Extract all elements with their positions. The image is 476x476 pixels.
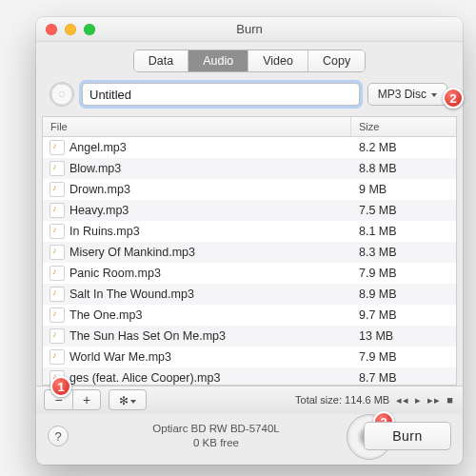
- table-row[interactable]: Blow.mp38.8 MB: [43, 158, 456, 179]
- tab-audio[interactable]: Audio: [188, 50, 248, 71]
- chevron-down-icon: [431, 88, 437, 101]
- disc-type-label: MP3 Disc: [378, 88, 426, 101]
- gear-icon: [119, 392, 129, 407]
- table-row[interactable]: ges (feat. Alice Cooper).mp38.7 MB: [43, 367, 456, 385]
- drive-name: Optiarc BD RW BD-5740L: [78, 422, 354, 437]
- audio-file-icon: [50, 161, 65, 176]
- table-row[interactable]: Heavy.mp37.5 MB: [43, 200, 456, 221]
- list-toolbar: − + Total size: 114.6 MB ◂◂ ▸ ▸▸ ■: [36, 386, 463, 414]
- file-name: Heavy.mp3: [69, 204, 351, 217]
- audio-file-icon: [50, 140, 65, 155]
- titlebar: Burn: [36, 17, 463, 42]
- next-track-icon[interactable]: ▸▸: [427, 394, 441, 406]
- burn-button-wrap: Burn: [364, 422, 451, 450]
- file-size: 8.1 MB: [351, 225, 456, 238]
- table-row[interactable]: Misery Of Mankind.mp38.3 MB: [43, 242, 456, 263]
- add-button[interactable]: +: [72, 389, 101, 410]
- file-size: 8.7 MB: [351, 371, 456, 385]
- callout-1: 1: [50, 376, 71, 397]
- file-size: 8.8 MB: [351, 162, 456, 175]
- close-icon[interactable]: [46, 24, 57, 35]
- audio-file-icon: [50, 203, 65, 218]
- file-size: 7.9 MB: [351, 267, 456, 280]
- tab-video[interactable]: Video: [248, 50, 308, 71]
- file-name: Drown.mp3: [69, 183, 351, 196]
- file-name: Blow.mp3: [69, 162, 351, 175]
- disc-name-input[interactable]: [82, 83, 360, 106]
- file-size: 8.3 MB: [351, 246, 456, 259]
- file-list: File Size Angel.mp38.2 MBBlow.mp38.8 MBD…: [42, 116, 457, 386]
- footer: ? Optiarc BD RW BD-5740L 0 KB free Burn: [36, 414, 463, 465]
- file-name: ges (feat. Alice Cooper).mp3: [69, 371, 351, 385]
- file-list-rows: Angel.mp38.2 MBBlow.mp38.8 MBDrown.mp39 …: [43, 137, 456, 385]
- playback-controls[interactable]: ◂◂ ▸ ▸▸ ■: [395, 394, 455, 407]
- file-size: 8.2 MB: [351, 141, 456, 154]
- file-size: 7.5 MB: [351, 204, 456, 217]
- file-name: Salt In The Wound.mp3: [69, 288, 351, 301]
- file-size: 13 MB: [351, 329, 456, 343]
- prev-track-icon[interactable]: ◂◂: [396, 394, 409, 406]
- file-size: 9 MB: [351, 183, 456, 196]
- actions-menu-button[interactable]: [109, 389, 147, 410]
- column-header-size[interactable]: Size: [351, 117, 456, 136]
- play-icon[interactable]: ▸: [415, 394, 422, 406]
- table-row[interactable]: Angel.mp38.2 MB: [43, 137, 456, 158]
- disc-icon: [50, 82, 74, 107]
- burn-window: Burn Data Audio Video Copy MP3 Disc File…: [36, 17, 463, 465]
- disc-config-row: MP3 Disc: [36, 82, 463, 116]
- chevron-down-icon: [130, 392, 136, 407]
- file-size: 7.9 MB: [351, 350, 456, 364]
- audio-file-icon: [50, 328, 65, 344]
- file-list-header: File Size: [43, 117, 456, 137]
- callout-2: 2: [443, 88, 464, 109]
- burn-button[interactable]: Burn: [364, 422, 451, 450]
- window-title: Burn: [236, 22, 262, 36]
- mode-tabs: Data Audio Video Copy: [36, 42, 463, 82]
- window-controls: [46, 24, 95, 35]
- stop-icon[interactable]: ■: [446, 394, 454, 406]
- file-size: 9.7 MB: [351, 308, 456, 322]
- table-row[interactable]: World War Me.mp37.9 MB: [43, 347, 456, 367]
- column-header-file[interactable]: File: [43, 117, 351, 136]
- audio-file-icon: [50, 266, 65, 281]
- audio-file-icon: [50, 245, 65, 260]
- file-name: Misery Of Mankind.mp3: [69, 246, 351, 259]
- table-row[interactable]: In Ruins.mp38.1 MB: [43, 221, 456, 242]
- table-row[interactable]: Panic Room.mp37.9 MB: [43, 263, 456, 284]
- file-name: Angel.mp3: [69, 141, 351, 154]
- file-name: In Ruins.mp3: [69, 225, 351, 238]
- file-name: The Sun Has Set On Me.mp3: [69, 329, 351, 343]
- file-name: World War Me.mp3: [69, 350, 351, 364]
- table-row[interactable]: Salt In The Wound.mp38.9 MB: [43, 284, 456, 305]
- audio-file-icon: [50, 349, 65, 365]
- help-button[interactable]: ?: [48, 426, 69, 446]
- segmented-control: Data Audio Video Copy: [133, 50, 366, 72]
- minimize-icon[interactable]: [65, 24, 76, 35]
- audio-file-icon: [50, 182, 65, 197]
- file-name: The One.mp3: [69, 308, 351, 322]
- file-name: Panic Room.mp3: [69, 267, 351, 280]
- table-row[interactable]: Drown.mp39 MB: [43, 179, 456, 200]
- zoom-icon[interactable]: [84, 24, 95, 35]
- table-row[interactable]: The One.mp39.7 MB: [43, 305, 456, 326]
- table-row[interactable]: The Sun Has Set On Me.mp313 MB: [43, 326, 456, 347]
- drive-info: Optiarc BD RW BD-5740L 0 KB free: [78, 422, 354, 451]
- audio-file-icon: [50, 287, 65, 302]
- file-size: 8.9 MB: [351, 288, 456, 301]
- audio-file-icon: [50, 307, 65, 323]
- drive-free: 0 KB free: [78, 436, 354, 451]
- total-size: Total size: 114.6 MB: [295, 394, 389, 406]
- tab-copy[interactable]: Copy: [308, 50, 365, 71]
- tab-data[interactable]: Data: [134, 50, 188, 71]
- audio-file-icon: [50, 224, 65, 239]
- disc-type-dropdown[interactable]: MP3 Disc: [367, 83, 447, 106]
